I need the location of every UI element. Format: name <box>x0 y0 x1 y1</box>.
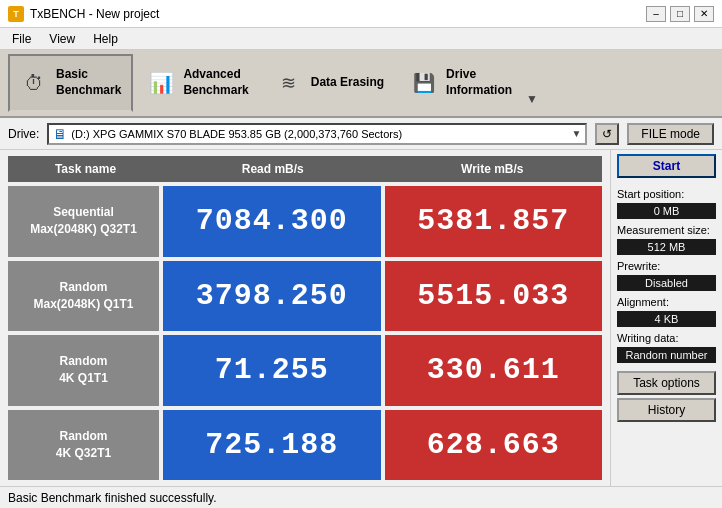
refresh-button[interactable]: ↺ <box>595 123 619 145</box>
table-row: RandomMax(2048K) Q1T1 3798.250 5515.033 <box>8 261 602 332</box>
table-row: SequentialMax(2048K) Q32T1 7084.300 5381… <box>8 186 602 257</box>
window-title: TxBENCH - New project <box>30 7 159 21</box>
task-name-random-4k-q1: Random4K Q1T1 <box>8 335 159 406</box>
read-value-random-max: 3798.250 <box>163 261 381 332</box>
toolbar-drive-information[interactable]: 💾 DriveInformation <box>398 54 524 112</box>
app-icon: T <box>8 6 24 22</box>
write-value-random-max: 5515.033 <box>385 261 603 332</box>
task-name-random-max: RandomMax(2048K) Q1T1 <box>8 261 159 332</box>
header-write: Write mB/s <box>383 156 603 182</box>
title-bar: T TxBENCH - New project – □ ✕ <box>0 0 722 28</box>
prewrite-label: Prewrite: <box>617 260 716 272</box>
basic-benchmark-label: BasicBenchmark <box>56 67 121 98</box>
drive-label: Drive: <box>8 127 39 141</box>
status-message: Basic Benchmark finished successfully. <box>8 491 217 505</box>
start-position-label: Start position: <box>617 188 716 200</box>
file-mode-button[interactable]: FILE mode <box>627 123 714 145</box>
table-row: Random4K Q1T1 71.255 330.611 <box>8 335 602 406</box>
read-value-random-4k-q1: 71.255 <box>163 335 381 406</box>
table-header: Task name Read mB/s Write mB/s <box>8 156 602 182</box>
title-bar-controls[interactable]: – □ ✕ <box>646 6 714 22</box>
alignment-label: Alignment: <box>617 296 716 308</box>
title-bar-left: T TxBENCH - New project <box>8 6 159 22</box>
task-name-random-4k-q32: Random4K Q32T1 <box>8 410 159 481</box>
table-row: Random4K Q32T1 725.188 628.663 <box>8 410 602 481</box>
basic-benchmark-icon: ⏱ <box>20 69 48 97</box>
measurement-size-value: 512 MB <box>617 239 716 255</box>
start-button[interactable]: Start <box>617 154 716 178</box>
alignment-value: 4 KB <box>617 311 716 327</box>
header-task-name: Task name <box>8 156 163 182</box>
minimize-button[interactable]: – <box>646 6 666 22</box>
toolbar-basic-benchmark[interactable]: ⏱ BasicBenchmark <box>8 54 133 112</box>
data-erasing-icon: ≋ <box>275 69 303 97</box>
right-panel: Start Start position: 0 MB Measurement s… <box>610 150 722 486</box>
drive-select[interactable]: 🖥 (D:) XPG GAMMIX S70 BLADE 953.85 GB (2… <box>47 123 587 145</box>
writing-data-label: Writing data: <box>617 332 716 344</box>
advanced-benchmark-label: AdvancedBenchmark <box>183 67 248 98</box>
menu-file[interactable]: File <box>4 30 39 48</box>
main-content: Task name Read mB/s Write mB/s Sequentia… <box>0 150 722 486</box>
maximize-button[interactable]: □ <box>670 6 690 22</box>
write-value-random-4k-q32: 628.663 <box>385 410 603 481</box>
close-button[interactable]: ✕ <box>694 6 714 22</box>
status-bar: Basic Benchmark finished successfully. <box>0 486 722 508</box>
toolbar-dropdown-arrow[interactable]: ▼ <box>526 54 544 112</box>
write-value-sequential: 5381.857 <box>385 186 603 257</box>
drive-text: (D:) XPG GAMMIX S70 BLADE 953.85 GB (2,0… <box>71 128 567 140</box>
measurement-size-label: Measurement size: <box>617 224 716 236</box>
menu-bar: File View Help <box>0 28 722 50</box>
writing-data-value: Random number <box>617 347 716 363</box>
advanced-benchmark-icon: 📊 <box>147 69 175 97</box>
drive-information-icon: 💾 <box>410 69 438 97</box>
task-options-button[interactable]: Task options <box>617 371 716 395</box>
start-position-value: 0 MB <box>617 203 716 219</box>
toolbar-data-erasing[interactable]: ≋ Data Erasing <box>263 54 396 112</box>
toolbar-advanced-benchmark[interactable]: 📊 AdvancedBenchmark <box>135 54 260 112</box>
history-button[interactable]: History <box>617 398 716 422</box>
benchmark-table: Task name Read mB/s Write mB/s Sequentia… <box>0 150 610 486</box>
data-erasing-label: Data Erasing <box>311 75 384 91</box>
drive-icon: 🖥 <box>53 126 67 142</box>
spacer <box>617 181 716 183</box>
task-name-sequential: SequentialMax(2048K) Q32T1 <box>8 186 159 257</box>
prewrite-value: Disabled <box>617 275 716 291</box>
spacer2 <box>617 366 716 368</box>
toolbar: ⏱ BasicBenchmark 📊 AdvancedBenchmark ≋ D… <box>0 50 722 118</box>
header-read: Read mB/s <box>163 156 383 182</box>
drive-select-arrow: ▼ <box>571 128 581 139</box>
menu-view[interactable]: View <box>41 30 83 48</box>
drive-information-label: DriveInformation <box>446 67 512 98</box>
menu-help[interactable]: Help <box>85 30 126 48</box>
drive-row: Drive: 🖥 (D:) XPG GAMMIX S70 BLADE 953.8… <box>0 118 722 150</box>
read-value-sequential: 7084.300 <box>163 186 381 257</box>
write-value-random-4k-q1: 330.611 <box>385 335 603 406</box>
read-value-random-4k-q32: 725.188 <box>163 410 381 481</box>
